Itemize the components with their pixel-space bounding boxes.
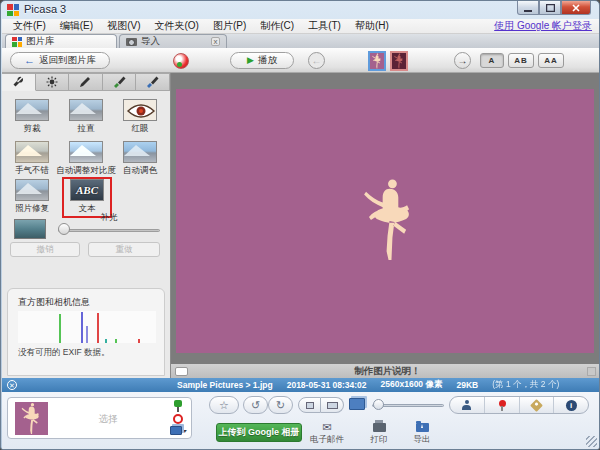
tool-auto-color[interactable]: 自动调色 (110, 141, 170, 177)
redeye-tool-thumbnail (123, 99, 157, 121)
auto-contrast-thumbnail (69, 141, 103, 163)
print-label: 打印 (357, 434, 401, 446)
clear-icon[interactable] (173, 414, 183, 424)
view-compare-button[interactable]: AA (538, 53, 564, 68)
ballerina-silhouette (362, 177, 418, 263)
sun-icon (46, 76, 58, 88)
email-button[interactable]: ✉ 电子邮件 (305, 421, 349, 446)
fill-light-slider-knob[interactable] (58, 223, 70, 235)
resize-grip[interactable] (586, 436, 597, 447)
tool-auto-contrast[interactable]: 自动调整对比度 (54, 141, 118, 177)
caption-bar[interactable]: 制作图片说明！ (171, 364, 600, 378)
auto-contrast-label: 自动调整对比度 (54, 165, 118, 177)
retouch-tool-label: 照片修复 (2, 203, 62, 215)
people-button[interactable] (450, 397, 485, 413)
google-login-link[interactable]: 使用 Google 帐户登录 (494, 19, 600, 33)
properties-button[interactable]: i (554, 397, 588, 413)
fill-light-thumbnail (14, 219, 46, 239)
menu-tools[interactable]: 工具(T) (301, 19, 348, 33)
prev-arrow-icon: ← (312, 55, 322, 66)
menu-file[interactable]: 文件(F) (6, 19, 53, 33)
back-to-library-button[interactable]: ← 返回到图片库 (10, 52, 110, 69)
caption-placeholder[interactable]: 制作图片说明！ (188, 365, 587, 378)
tab-effects-1[interactable] (69, 73, 103, 91)
zoom-slider-knob[interactable] (373, 399, 384, 410)
caption-edit-icon[interactable] (175, 367, 188, 376)
next-photo-button[interactable]: → (454, 52, 471, 69)
status-close-icon[interactable]: ✕ (7, 380, 17, 390)
redo-button[interactable]: 重做 (88, 242, 160, 257)
email-label: 电子邮件 (305, 434, 349, 446)
photo-canvas: 制作图片说明！ (171, 73, 600, 378)
status-datetime: 2018-05-31 08:34:02 (287, 380, 367, 390)
caption-options-icon[interactable] (587, 367, 596, 376)
tab-library[interactable]: 图片库 (5, 34, 117, 48)
status-position: (第 1 个，共 2 个) (492, 379, 559, 391)
status-bar: ✕ Sample Pictures > 1.jpg 2018-05-31 08:… (2, 378, 600, 392)
filmstrip-thumbnail-current[interactable] (368, 51, 386, 71)
tool-crop[interactable]: 剪裁 (2, 99, 62, 135)
picasa-logo-icon (7, 4, 19, 16)
tool-retouch[interactable]: 照片修复 (2, 179, 62, 215)
tab-effects-2[interactable] (103, 73, 137, 91)
metadata-button-group: i (449, 396, 589, 414)
tag-icon (530, 399, 543, 412)
minimize-button[interactable] (517, 1, 539, 15)
menu-view[interactable]: 视图(V) (100, 19, 147, 33)
menu-help[interactable]: 帮助(H) (348, 19, 396, 33)
export-button[interactable]: 导出 (400, 421, 444, 446)
tab-close-icon[interactable]: x (211, 37, 220, 46)
status-dimensions: 2560x1600 像素 (381, 379, 443, 391)
no-exif-text: 没有可用的 EXIF 数据。 (18, 347, 110, 359)
menu-create[interactable]: 制作(C) (253, 19, 301, 33)
tab-import[interactable]: 导入 x (119, 34, 227, 48)
tab-basic-fixes[interactable] (2, 73, 36, 91)
crop-16-9-button[interactable] (321, 397, 344, 413)
tab-bar: 图片库 导入 x (2, 34, 600, 48)
photo-ballerina[interactable] (176, 89, 594, 353)
close-button[interactable] (561, 1, 591, 15)
rotate-left-button[interactable]: ↺ (243, 396, 268, 414)
menu-folder[interactable]: 文件夹(O) (147, 19, 205, 33)
play-button[interactable]: ▶ 播放 (230, 52, 294, 69)
photo-stack-icon[interactable] (349, 398, 365, 410)
edit-toolbar: ← 返回到图片库 ▶ 播放 ← → A AB AA (2, 48, 600, 73)
rotate-right-button[interactable]: ↻ (268, 396, 293, 414)
effects-icon[interactable] (173, 53, 189, 69)
undo-button[interactable]: 撤销 (10, 242, 80, 257)
filmstrip-thumbnail-next[interactable] (390, 51, 408, 71)
menu-bar: 文件(F) 编辑(E) 视图(V) 文件夹(O) 图片(P) 制作(C) 工具(… (2, 19, 600, 34)
library-tab-label: 图片库 (26, 35, 55, 48)
eye-icon (127, 103, 155, 119)
crop-4-3-button[interactable] (298, 397, 321, 413)
tab-effects-3[interactable] (136, 73, 170, 91)
tags-button[interactable] (520, 397, 555, 413)
tool-redeye[interactable]: 红眼 (110, 99, 170, 135)
geotag-button[interactable] (485, 397, 520, 413)
menu-edit[interactable]: 编辑(E) (53, 19, 100, 33)
tool-im-feeling-lucky[interactable]: 手气不错 (2, 141, 62, 177)
export-label: 导出 (400, 434, 444, 446)
tool-straighten[interactable]: 拉直 (56, 99, 116, 135)
tray-thumbnail[interactable] (15, 402, 48, 435)
view-side-by-side-button[interactable]: AB (508, 53, 534, 68)
auto-color-label: 自动调色 (110, 165, 170, 177)
upload-google-button[interactable]: 上传到 Google 相册 (216, 423, 302, 442)
menu-picture[interactable]: 图片(P) (206, 19, 253, 33)
view-single-button[interactable]: A (480, 53, 504, 68)
maximize-button[interactable] (539, 1, 561, 15)
title-bar: Picasa 3 (1, 1, 599, 19)
camera-icon (126, 38, 137, 46)
histogram-title: 直方图和相机信息 (18, 296, 90, 309)
tab-tuning[interactable] (36, 73, 70, 91)
tool-text[interactable]: ABC 文本 (57, 179, 117, 215)
hold-pin-icon[interactable] (173, 400, 183, 412)
straighten-tool-label: 拉直 (56, 123, 116, 135)
envelope-icon: ✉ (305, 421, 349, 433)
previous-photo-button[interactable]: ← (308, 52, 325, 69)
print-button[interactable]: 打印 (357, 421, 401, 446)
star-button[interactable]: ☆ (209, 396, 239, 414)
tray-more-button[interactable]: ▾ (170, 426, 186, 435)
fill-light-slider-track[interactable] (58, 229, 160, 232)
printer-icon (373, 423, 386, 432)
